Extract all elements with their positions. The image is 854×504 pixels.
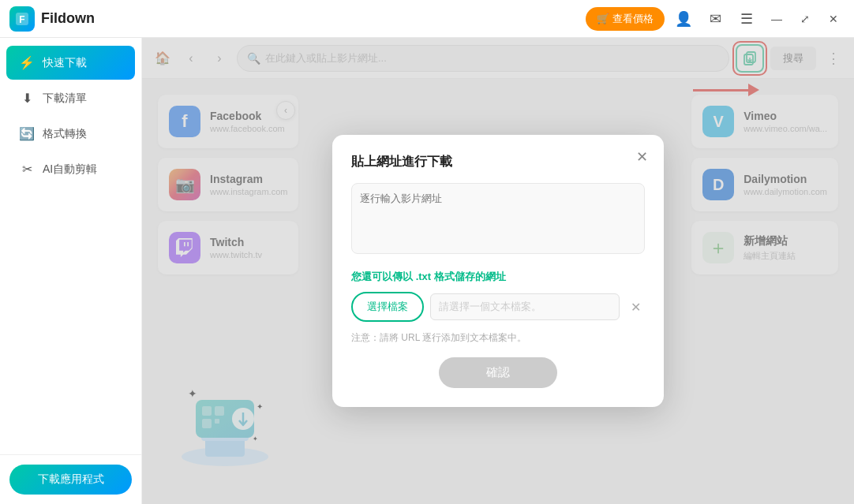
modal-overlay: 貼上網址進行下載 ✕ 您還可以傳以 .txt 格式儲存的網址 選擇檔案 請選擇一… xyxy=(142,38,854,504)
menu-button[interactable]: ☰ xyxy=(734,6,759,32)
notice-text: 注意：請將 URL 逐行添加到文本檔案中。 xyxy=(351,331,645,345)
titlebar-left: F Fildown xyxy=(9,6,95,32)
sidebar-item-quick-download[interactable]: ⚡ 快速下載 xyxy=(6,46,135,80)
txt-section: 您還可以傳以 .txt 格式儲存的網址 選擇檔案 請選擇一個文本檔案。 ✕ 注意… xyxy=(351,270,645,345)
content-area: 🏠 ‹ › 🔍 在此鍵入或貼上影片網址... 搜尋 xyxy=(142,38,854,504)
sidebar-item-label: 格式轉換 xyxy=(43,127,87,141)
sidebar-nav: ⚡ 快速下載 ⬇ 下載清單 🔄 格式轉換 ✂ AI自動剪輯 xyxy=(0,38,141,454)
sidebar-item-download-list[interactable]: ⬇ 下載清單 xyxy=(6,81,135,115)
clear-file-button[interactable]: ✕ xyxy=(626,297,645,316)
sidebar-item-label: 下載清單 xyxy=(43,91,87,106)
price-button[interactable]: 🛒 查看價格 xyxy=(586,7,665,31)
txt-label-prefix: 您還可以傳以 xyxy=(351,271,416,282)
confirm-button[interactable]: 確認 xyxy=(439,357,557,388)
app-logo: F xyxy=(9,6,35,32)
format-convert-icon: 🔄 xyxy=(19,126,35,141)
sidebar-item-label: 快速下載 xyxy=(43,56,87,70)
cart-icon: 🛒 xyxy=(597,13,609,24)
sidebar-bottom: 下載應用程式 xyxy=(0,454,141,504)
select-file-button[interactable]: 選擇檔案 xyxy=(351,292,424,322)
main-layout: ⚡ 快速下載 ⬇ 下載清單 🔄 格式轉換 ✂ AI自動剪輯 下載應用程式 🏠 xyxy=(0,38,854,504)
download-list-icon: ⬇ xyxy=(19,91,35,106)
account-button[interactable]: 👤 xyxy=(671,6,696,32)
svg-text:F: F xyxy=(19,14,24,25)
sidebar-item-label: AI自動剪輯 xyxy=(43,162,97,177)
txt-label-format: .txt xyxy=(416,271,432,282)
titlebar: F Fildown 🛒 查看價格 👤 ✉ ☰ — ⤢ ✕ xyxy=(0,0,854,38)
sidebar: ⚡ 快速下載 ⬇ 下載清單 🔄 格式轉換 ✂ AI自動剪輯 下載應用程式 xyxy=(0,38,142,504)
close-button[interactable]: ✕ xyxy=(822,8,845,30)
titlebar-right: 🛒 查看價格 👤 ✉ ☰ — ⤢ ✕ xyxy=(586,6,845,32)
resize-button[interactable]: ⤢ xyxy=(794,8,816,30)
dialog-title: 貼上網址進行下載 xyxy=(351,154,645,170)
url-textarea[interactable] xyxy=(351,183,645,254)
quick-download-icon: ⚡ xyxy=(19,55,35,70)
mail-button[interactable]: ✉ xyxy=(702,6,728,32)
sidebar-item-ai-edit[interactable]: ✂ AI自動剪輯 xyxy=(6,152,135,186)
txt-label-suffix: 格式儲存的網址 xyxy=(431,271,506,282)
txt-label: 您還可以傳以 .txt 格式儲存的網址 xyxy=(351,270,645,284)
ai-edit-icon: ✂ xyxy=(19,162,35,177)
app-title: Fildown xyxy=(41,10,95,27)
dialog-close-button[interactable]: ✕ xyxy=(632,147,651,166)
download-app-button[interactable]: 下載應用程式 xyxy=(9,465,132,495)
file-input-placeholder: 請選擇一個文本檔案。 xyxy=(430,293,620,320)
file-row: 選擇檔案 請選擇一個文本檔案。 ✕ xyxy=(351,292,645,322)
paste-url-dialog: 貼上網址進行下載 ✕ 您還可以傳以 .txt 格式儲存的網址 選擇檔案 請選擇一… xyxy=(332,135,664,407)
minimize-button[interactable]: — xyxy=(766,8,788,30)
sidebar-item-format-convert[interactable]: 🔄 格式轉換 xyxy=(6,117,135,151)
